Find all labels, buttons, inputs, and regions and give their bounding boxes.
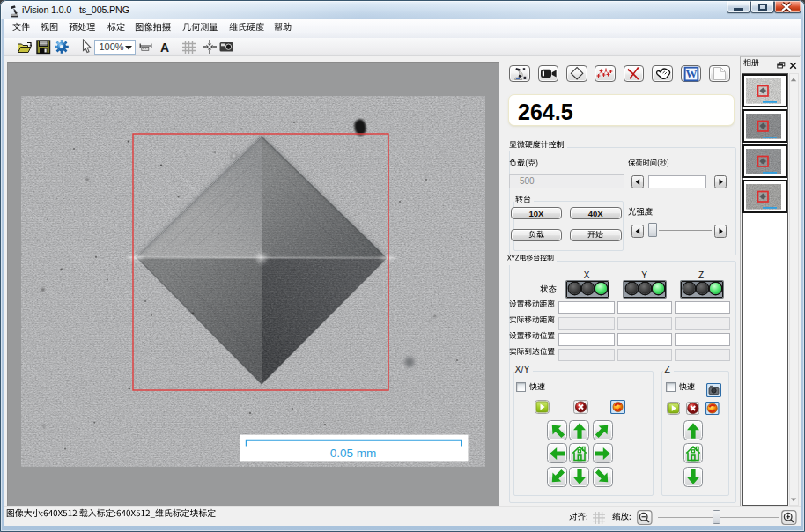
svg-text:0.05 mm: 0.05 mm <box>330 447 377 460</box>
svg-text:W: W <box>685 67 697 80</box>
